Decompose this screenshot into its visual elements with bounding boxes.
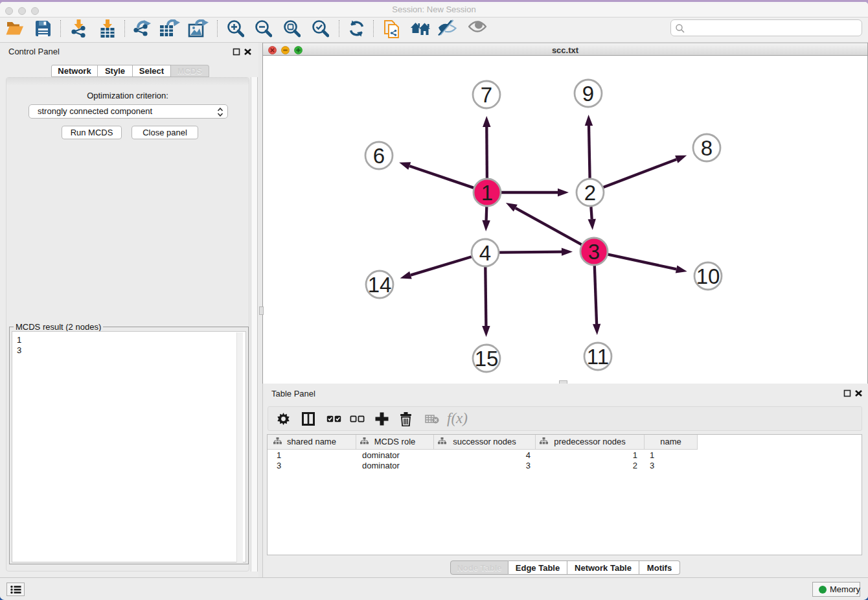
svg-text:6: 6	[373, 144, 385, 168]
svg-text:14: 14	[368, 273, 392, 297]
svg-text:10: 10	[696, 264, 720, 288]
svg-text:3: 3	[588, 240, 600, 264]
svg-text:4: 4	[479, 241, 491, 265]
svg-text:11: 11	[587, 345, 609, 369]
svg-text:15: 15	[475, 347, 499, 371]
svg-text:7: 7	[481, 83, 492, 107]
svg-text:1: 1	[481, 181, 493, 205]
svg-text:9: 9	[582, 82, 594, 106]
svg-text:2: 2	[584, 181, 596, 205]
svg-text:8: 8	[701, 136, 713, 160]
